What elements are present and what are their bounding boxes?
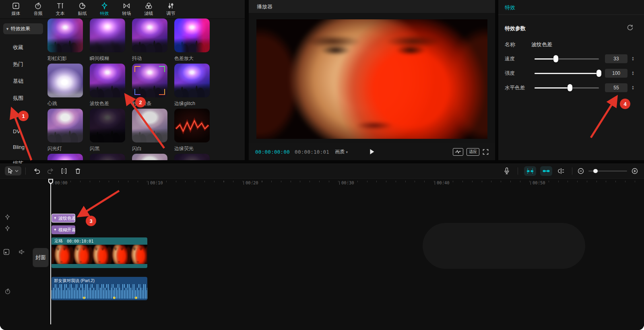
effect-card-ripple-chroma[interactable]: 波纹色差 [90, 64, 125, 109]
slider-handle[interactable] [593, 169, 598, 173]
effect-clip-blur-opening[interactable]: 模糊开幕 [52, 225, 75, 234]
fit-button[interactable]: 适应 [466, 148, 479, 156]
effect-thumbnail [47, 19, 83, 52]
effect-name-label: 名称 [505, 41, 515, 48]
total-timecode: 00:00:10:01 [295, 149, 329, 155]
tab-label: 文本 [56, 10, 65, 16]
inspector-panel: 特效 特效参数 名称 波纹色差 速度 33 ▲▼ 强度 100 ▲▼ 水平色差 … [498, 0, 644, 160]
speed-value-input[interactable]: 33 [605, 54, 627, 63]
audio-track-icon[interactable] [4, 288, 11, 295]
category-dv[interactable]: DV [0, 128, 46, 134]
timeline-ruler[interactable]: 00:00 00:10 00:20 00:30 00:40 00:50 [0, 179, 644, 188]
effect-card-flash-white[interactable]: 闪白 [132, 109, 167, 154]
effect-card-shake[interactable]: 抖动 [132, 19, 167, 64]
magnet-snap-icon [526, 168, 534, 174]
preview-axis-button[interactable] [554, 168, 568, 174]
delete-button[interactable] [71, 168, 85, 174]
redo-button[interactable] [43, 168, 57, 174]
speed-stepper[interactable]: ▲▼ [630, 54, 636, 63]
link-icon [542, 169, 550, 173]
effect-card-rainbow[interactable]: 彩虹幻影 [47, 19, 83, 64]
reset-button[interactable] [627, 24, 634, 31]
effect-card-partial[interactable] [132, 154, 167, 160]
slider-handle[interactable] [597, 70, 601, 77]
stepper-down-icon[interactable]: ▼ [632, 73, 634, 76]
effect-card-flash-black[interactable]: 闪黑 [90, 109, 125, 154]
intensity-slider[interactable] [535, 68, 599, 78]
effects-browser-panel: 媒体 音频 文本 贴纸 特效 转场 [0, 0, 245, 160]
horizontal-chroma-slider[interactable] [535, 83, 599, 93]
slider-handle[interactable] [568, 84, 572, 91]
category-bling[interactable]: Bling [0, 144, 46, 150]
inspector-tab-effects[interactable]: 特效 [498, 0, 644, 15]
intensity-stepper[interactable]: ▲▼ [630, 69, 636, 78]
cover-button[interactable]: 封面 [33, 248, 48, 267]
split-button[interactable] [57, 168, 71, 174]
video-filmstrip [52, 245, 147, 264]
effect-category-sidebar: ▼ 特效效果 收藏 热门 基础 氛围 动感 DV Bling 综艺 [0, 19, 46, 160]
link-clips-toggle[interactable] [540, 166, 552, 176]
param-row-speed: 速度 33 ▲▼ [498, 54, 644, 64]
text-icon [56, 2, 64, 10]
tab-filter[interactable]: 滤镜 [138, 0, 160, 19]
intensity-value-input[interactable]: 100 [605, 69, 627, 78]
param-label: 速度 [505, 56, 515, 62]
fullscreen-icon[interactable] [483, 149, 489, 155]
effect-card-partial[interactable] [47, 154, 83, 160]
hide-track-icon[interactable] [3, 249, 10, 255]
quality-dropdown[interactable]: 画质 ▾ [335, 148, 348, 155]
timeline-zoom-slider[interactable] [588, 168, 627, 174]
play-button[interactable] [369, 148, 375, 155]
effect-card-partial[interactable] [90, 154, 125, 160]
tab-effects[interactable]: 特效 [93, 0, 116, 19]
tab-label: 特效 [100, 10, 109, 16]
effect-card-heartbeat[interactable]: 心跳 [47, 64, 83, 109]
tab-label: 音频 [34, 10, 43, 16]
video-preview[interactable] [256, 19, 487, 139]
scopes-button[interactable] [453, 148, 463, 156]
audio-clip[interactable]: 那女孩对我说 (Part.2) [52, 277, 147, 300]
effect-card-partial[interactable] [174, 154, 210, 160]
tab-audio[interactable]: 音频 [27, 0, 49, 19]
record-voiceover-button[interactable] [500, 167, 514, 174]
filter-icon [145, 2, 153, 10]
tab-transition[interactable]: 转场 [116, 0, 138, 19]
effect-track-icon[interactable] [4, 214, 10, 220]
viewfinder-corner-icon [134, 66, 140, 72]
zoom-in-button[interactable] [630, 168, 639, 174]
timeline-panel: 00:00 00:10 00:20 00:30 00:40 00:50 [0, 163, 644, 330]
zoom-out-button[interactable] [576, 168, 585, 174]
effect-card-edge-neon[interactable]: 边缘荧光 [174, 109, 210, 154]
timeline-tracks: 封面 波纹色差 模糊开幕 定格 00:00:10:01 [0, 188, 644, 330]
category-atmosphere[interactable]: 氛围 [0, 95, 46, 102]
tab-adjust[interactable]: 调节 [160, 0, 182, 19]
effect-card-strobe[interactable]: 闪光灯 [47, 109, 83, 154]
horizontal-chroma-value-input[interactable]: 55 [605, 83, 627, 92]
category-favorites[interactable]: 收藏 [0, 44, 46, 51]
effect-card-instant-blur[interactable]: 瞬间模糊 [90, 19, 125, 64]
auto-snap-toggle[interactable] [524, 166, 536, 176]
effect-name-value: 波纹色差 [531, 41, 552, 48]
horizontal-chroma-stepper[interactable]: ▲▼ [630, 83, 636, 92]
divider [25, 167, 26, 175]
category-basic[interactable]: 基础 [0, 78, 46, 85]
tab-sticker[interactable]: 贴纸 [71, 0, 93, 19]
select-tool-button[interactable] [5, 166, 21, 175]
video-clip[interactable]: 定格 00:00:10:01 [52, 237, 147, 268]
effect-track-icon[interactable] [4, 225, 10, 231]
tab-label: 转场 [122, 10, 131, 16]
category-hot[interactable]: 热门 [0, 61, 46, 68]
undo-button[interactable] [30, 168, 43, 174]
speed-slider[interactable] [535, 54, 599, 64]
zoom-in-icon [632, 168, 638, 174]
stepper-down-icon[interactable]: ▼ [632, 88, 634, 90]
slider-handle[interactable] [553, 55, 558, 62]
effect-clip-ripple-chroma[interactable]: 波纹色差 [52, 214, 75, 223]
mute-track-icon[interactable] [19, 249, 25, 255]
effect-card-chroma-zoom[interactable]: 色差放大 [174, 19, 210, 64]
effect-root-category[interactable]: ▼ 特效效果 [3, 23, 43, 34]
tab-media[interactable]: 媒体 [5, 0, 27, 19]
effect-card-edge-glitch[interactable]: 边缘glitch [174, 64, 210, 109]
tab-text[interactable]: 文本 [49, 0, 71, 19]
stepper-down-icon[interactable]: ▼ [632, 59, 634, 61]
